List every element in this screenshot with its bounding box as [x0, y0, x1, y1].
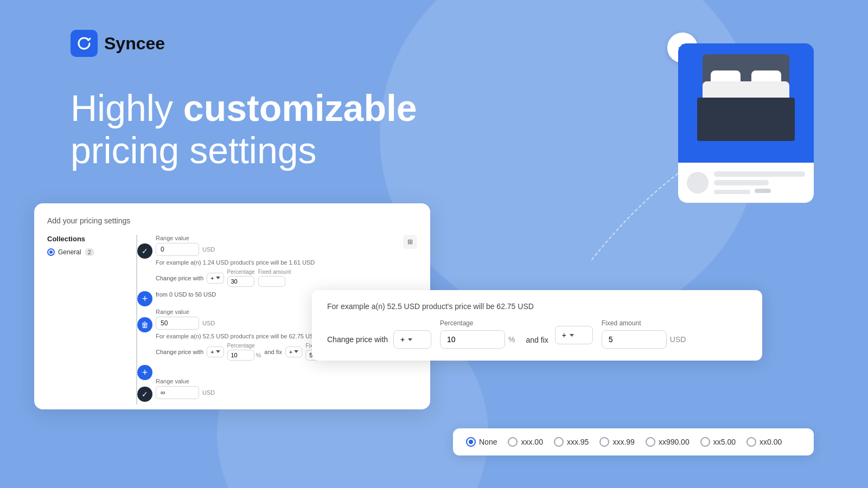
syncee-logo-icon [71, 30, 98, 57]
currency-end: USD [202, 389, 215, 396]
circle-check-start[interactable]: ✓ [137, 243, 152, 259]
pricing-card-title: Add your pricing settings [47, 216, 417, 225]
product-lines-row [714, 189, 805, 194]
headline-line1-normal: Highly [71, 87, 183, 129]
popup-sign-value: + [400, 335, 405, 344]
fix-sign-select-2[interactable]: + [285, 346, 302, 357]
example-text-1: For example a(n) 1.24 USD product's pric… [145, 259, 417, 266]
change-price-label-2: Change price with [156, 349, 203, 355]
product-avatar [687, 172, 709, 194]
product-info-row [687, 171, 805, 194]
fixed-input-1[interactable] [258, 276, 285, 287]
radio-label-1: xxx.00 [521, 438, 542, 446]
product-card: + [678, 43, 814, 203]
product-line-sm-1 [714, 190, 750, 194]
currency-1: USD [202, 320, 215, 326]
add-area-2: + [145, 365, 417, 376]
radio-option-xxx00[interactable]: xxx.00 [508, 437, 542, 447]
collections-label: Collections [47, 235, 118, 243]
range-input-row-end: USD [156, 386, 417, 399]
headline-line1-bold: customizable [183, 87, 417, 129]
product-card-info [678, 163, 814, 203]
fixed-label-1: Fixed amount [258, 269, 291, 275]
popup-fixed-group: Fixed amount USD [602, 319, 686, 349]
popup-pct-group: Percentage % [440, 319, 515, 349]
popup-sign-chevron [408, 338, 412, 341]
add-button-1[interactable]: + [137, 291, 152, 306]
radio-circle-3 [599, 437, 609, 447]
popup-example-text: For example a(n) 52.5 USD product's pric… [327, 302, 747, 311]
range-input-0[interactable] [156, 243, 199, 256]
product-line-1 [714, 171, 805, 177]
radio-option-None[interactable]: None [466, 437, 497, 447]
popup-fixed-label: Fixed amount [602, 319, 686, 327]
pct-symbol-2: % [256, 352, 261, 358]
change-price-label-1: Change price with [156, 275, 203, 281]
range-input-row-0: USD [156, 243, 417, 256]
radio-options-bar: Nonexxx.00xxx.95xxx.99xx990.00xx5.00xx0.… [453, 428, 814, 455]
pct-input-1[interactable] [227, 276, 254, 287]
radio-label-6: xx0.00 [760, 438, 782, 446]
popup-change-group: Change price with + [327, 330, 431, 349]
popup-pct-input[interactable] [440, 330, 505, 349]
popup-fix-sign: + [562, 331, 566, 339]
popup-change-label: Change price with [327, 335, 388, 344]
radio-label-5: xx5.00 [713, 438, 736, 446]
collection-badge: 2 [85, 248, 94, 256]
popup-fixed-unit: USD [670, 335, 686, 344]
popup-and-fix-area: and fix + [524, 326, 593, 349]
collection-item[interactable]: General 2 [47, 248, 118, 256]
popup-fix-sign-select[interactable]: + [555, 326, 593, 344]
bed-frame [697, 98, 795, 141]
headline-line2: pricing settings [71, 130, 317, 171]
radio-option-xx000[interactable]: xx0.00 [746, 437, 782, 447]
sign-select-2[interactable]: + [207, 346, 224, 357]
large-popup: For example a(n) 52.5 USD product's pric… [312, 290, 762, 361]
collection-item-label: General [58, 248, 81, 256]
radio-circle-4 [646, 437, 655, 447]
circle-check-end[interactable]: ✓ [137, 387, 152, 402]
product-lines [714, 171, 805, 194]
radio-option-xx500[interactable]: xx5.00 [700, 437, 736, 447]
collections-panel: Collections General 2 [47, 235, 118, 404]
product-image [678, 43, 814, 163]
pct-input-2[interactable] [227, 350, 254, 361]
sign-select-1[interactable]: + [207, 273, 224, 284]
radio-label-3: xxx.99 [612, 438, 634, 446]
range-row-end: ✓ Range value USD [145, 378, 417, 399]
change-price-row-1: Change price with + Percentage Fixed amo… [145, 269, 417, 287]
radio-circle-2 [554, 437, 564, 447]
popup-and-fix-label: and fix [526, 336, 548, 344]
pct-label-2: Percentage [227, 343, 261, 349]
popup-pct-unit: % [508, 335, 515, 344]
pct-label-1: Percentage [227, 269, 255, 275]
range-label-end: Range value [156, 378, 417, 384]
popup-fixed-control: USD [602, 330, 686, 349]
timeline-line [136, 235, 137, 404]
and-fix-label-2: and fix [264, 349, 282, 355]
popup-fix-chevron [570, 334, 574, 337]
product-line-sm-2 [755, 189, 771, 193]
radio-option-xxx99[interactable]: xxx.99 [599, 437, 634, 447]
range-input-1[interactable] [156, 317, 199, 330]
radio-label-0: None [479, 438, 497, 446]
radio-circle-5 [700, 437, 710, 447]
headline: Highly customizable pricing settings [71, 87, 417, 171]
radio-circle-0 [466, 437, 476, 447]
radio-circle-1 [508, 437, 518, 447]
bed-illustration [692, 60, 800, 146]
range-label-0: Range value [156, 235, 417, 241]
circle-delete-1[interactable]: 🗑 [137, 317, 152, 332]
popup-pct-control: % [440, 330, 515, 349]
popup-pct-label: Percentage [440, 319, 515, 327]
radio-option-xxx95[interactable]: xxx.95 [554, 437, 589, 447]
product-line-2 [714, 180, 769, 185]
popup-fixed-input[interactable] [602, 330, 667, 349]
brand-name: Syncee [104, 34, 165, 54]
range-row-start: ✓ Range value USD [145, 235, 417, 256]
currency-0: USD [202, 246, 215, 253]
radio-option-xx99000[interactable]: xx990.00 [646, 437, 690, 447]
popup-sign-select[interactable]: + [393, 330, 431, 349]
range-input-end[interactable] [156, 386, 199, 399]
collection-radio[interactable] [47, 248, 55, 256]
